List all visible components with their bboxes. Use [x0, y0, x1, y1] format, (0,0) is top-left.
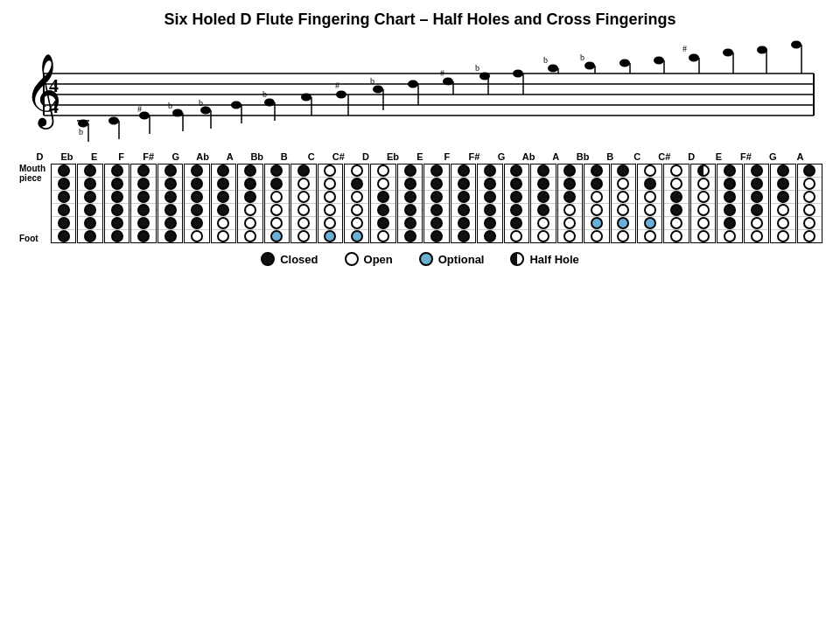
hole-cell [131, 203, 155, 216]
legend-optional: Optional [419, 252, 485, 266]
svg-point-40 [689, 54, 699, 62]
hole [644, 164, 656, 177]
hole [351, 191, 363, 203]
svg-text:#: # [440, 68, 444, 78]
hole [591, 204, 603, 216]
svg-point-16 [172, 109, 183, 117]
note-labels-row: DEbEFF#GAbABbBCC#DEbEFF#GAbABbBCC#DEF#GA [18, 151, 822, 162]
hole-cell [612, 164, 635, 177]
hole-cell [745, 216, 768, 229]
hole [617, 230, 629, 242]
hole [564, 191, 576, 203]
note-label: G [489, 151, 514, 162]
flute-column [318, 164, 343, 243]
hole [777, 191, 789, 203]
svg-point-21 [264, 99, 275, 107]
hole-cell [398, 229, 422, 242]
hole [670, 230, 682, 242]
hole [404, 230, 416, 242]
hole [430, 217, 443, 229]
note-label: E [408, 151, 432, 162]
hole-cell [318, 229, 342, 242]
hole [484, 204, 496, 216]
svg-point-42 [723, 49, 733, 57]
hole [191, 164, 203, 177]
hole-cell [718, 177, 741, 190]
hole-cell [505, 203, 528, 216]
note-label: F [109, 151, 134, 162]
hole [244, 217, 256, 229]
hole-cell [291, 203, 315, 216]
hole-cell [158, 203, 182, 216]
hole-cell [691, 229, 715, 242]
hole [458, 204, 470, 216]
hole-cell [398, 203, 422, 216]
svg-text:b: b [79, 127, 83, 136]
hole [244, 204, 256, 216]
svg-text:b: b [262, 89, 267, 99]
hole [404, 164, 416, 177]
hole [244, 178, 256, 190]
hole [244, 230, 256, 242]
flute-column [717, 164, 742, 243]
hole-cell [558, 229, 582, 242]
note-label: F [435, 151, 459, 162]
hole-cell [424, 177, 448, 190]
hole-cell [78, 177, 102, 190]
hole-cell [691, 164, 715, 177]
flute-column [424, 164, 449, 243]
hole [724, 217, 736, 229]
note-label: C [299, 151, 324, 162]
hole-cell [584, 216, 608, 229]
hole [484, 230, 496, 242]
note-label: B [598, 151, 622, 162]
flute-column [211, 164, 236, 243]
hole-cell [478, 190, 501, 203]
hole [137, 204, 150, 216]
hole-cell [452, 164, 475, 177]
hole [270, 191, 283, 203]
note-label: Bb [570, 151, 595, 162]
hole-cell [745, 190, 768, 203]
closed-label: Closed [280, 253, 318, 266]
hole-cell [771, 177, 794, 190]
hole-cell [531, 216, 555, 229]
hole-cell [531, 203, 555, 216]
hole-cell [718, 164, 741, 177]
hole [697, 204, 710, 216]
hole-cell [638, 190, 662, 203]
hole-cell [638, 229, 662, 242]
hole [111, 164, 123, 177]
hole-cell [478, 177, 501, 190]
hole [298, 178, 310, 190]
hole [537, 230, 550, 242]
svg-point-28 [408, 80, 418, 88]
hole-cell [424, 229, 448, 242]
hole [111, 191, 123, 203]
hole [751, 178, 763, 190]
hole-cell [798, 216, 822, 229]
hole [751, 230, 763, 242]
hole [324, 217, 336, 229]
hole-cell [558, 216, 582, 229]
open-icon [345, 252, 359, 266]
hole [58, 217, 70, 229]
svg-point-33 [513, 70, 523, 78]
hole [137, 178, 150, 190]
legend-half: Half Hole [510, 252, 578, 266]
hole-cell [771, 216, 794, 229]
hole [617, 178, 629, 190]
hole-cell [452, 229, 475, 242]
note-label: D [679, 151, 704, 162]
note-label: G [760, 151, 785, 162]
hole [137, 191, 150, 203]
hole-cell [238, 203, 262, 216]
hole [617, 164, 629, 177]
legend: Closed Open Optional Half Hole [0, 252, 840, 266]
hole-cell [798, 164, 822, 177]
hole-cell [664, 164, 688, 177]
hole [537, 204, 550, 216]
hole [777, 217, 789, 229]
hole [510, 191, 522, 203]
hole-cell [185, 190, 208, 203]
